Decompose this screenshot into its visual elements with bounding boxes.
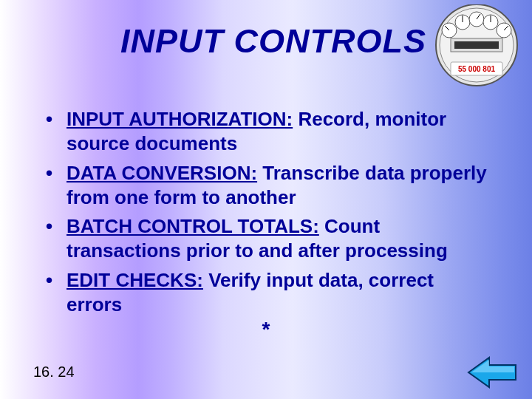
meter-reading-text: 55 000 801 xyxy=(458,65,495,73)
slide-number: 16. 24 xyxy=(33,364,75,381)
bullet-term: INPUT AUTHORIZATION: xyxy=(66,108,293,130)
list-item: BATCH CONTROL TOTALS: Count transactions… xyxy=(46,214,488,264)
list-item: DATA CONVERSION: Transcribe data properl… xyxy=(46,161,488,211)
bullet-term: BATCH CONTROL TOTALS: xyxy=(66,215,319,237)
list-item: INPUT AUTHORIZATION: Record, monitor sou… xyxy=(46,107,488,157)
back-arrow-icon xyxy=(467,355,519,390)
bullet-list: INPUT AUTHORIZATION: Record, monitor sou… xyxy=(46,107,488,321)
bullet-term: EDIT CHECKS: xyxy=(66,269,203,291)
bullet-term: DATA CONVERSION: xyxy=(66,162,257,184)
list-item: EDIT CHECKS: Verify input data, correct … xyxy=(46,268,488,318)
slide: 55 000 801 INPUT CONTROLS INPUT AUTHORIZ… xyxy=(0,0,532,399)
slide-title: INPUT CONTROLS xyxy=(0,22,532,61)
back-button[interactable] xyxy=(467,355,519,390)
asterisk-marker: * xyxy=(0,318,532,341)
